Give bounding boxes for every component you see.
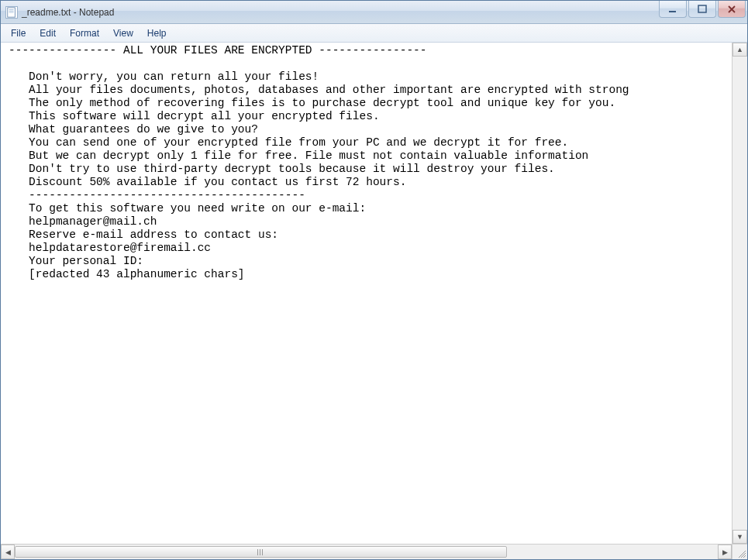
titlebar[interactable]: _readme.txt - Notepad: [1, 1, 747, 24]
menu-format[interactable]: Format: [63, 24, 106, 42]
window-controls: [659, 1, 746, 18]
hscroll-thumb[interactable]: [15, 546, 507, 558]
editor-area: ---------------- ALL YOUR FILES ARE ENCR…: [1, 43, 747, 559]
text-content[interactable]: ---------------- ALL YOUR FILES ARE ENCR…: [1, 43, 732, 544]
scroll-left-button[interactable]: ◀: [1, 545, 15, 559]
scroll-corner: [732, 544, 747, 559]
minimize-button[interactable]: [659, 1, 687, 18]
close-icon: [726, 4, 737, 15]
horizontal-scrollbar[interactable]: ◀ ▶: [1, 544, 732, 559]
menu-edit[interactable]: Edit: [33, 24, 63, 42]
scroll-down-button[interactable]: ▼: [732, 530, 747, 544]
menu-view[interactable]: View: [106, 24, 140, 42]
minimize-icon: [667, 4, 678, 15]
vertical-scrollbar[interactable]: ▲ ▼: [732, 43, 747, 544]
maximize-icon: [697, 4, 708, 15]
menubar: File Edit Format View Help: [1, 24, 747, 43]
notepad-window: _readme.txt - Notepad File Edit Format V…: [0, 0, 748, 560]
svg-rect-4: [669, 11, 676, 12]
hscroll-track[interactable]: [15, 545, 718, 559]
resize-grip-icon[interactable]: [736, 548, 746, 558]
scroll-right-button[interactable]: ▶: [718, 545, 732, 559]
menu-file[interactable]: File: [4, 24, 33, 42]
menu-help[interactable]: Help: [140, 24, 174, 42]
window-title: _readme.txt - Notepad: [22, 7, 744, 18]
notepad-icon: [5, 6, 18, 19]
svg-rect-5: [698, 5, 706, 12]
scroll-up-button[interactable]: ▲: [732, 43, 747, 57]
close-button[interactable]: [718, 1, 746, 18]
maximize-button[interactable]: [688, 1, 716, 18]
